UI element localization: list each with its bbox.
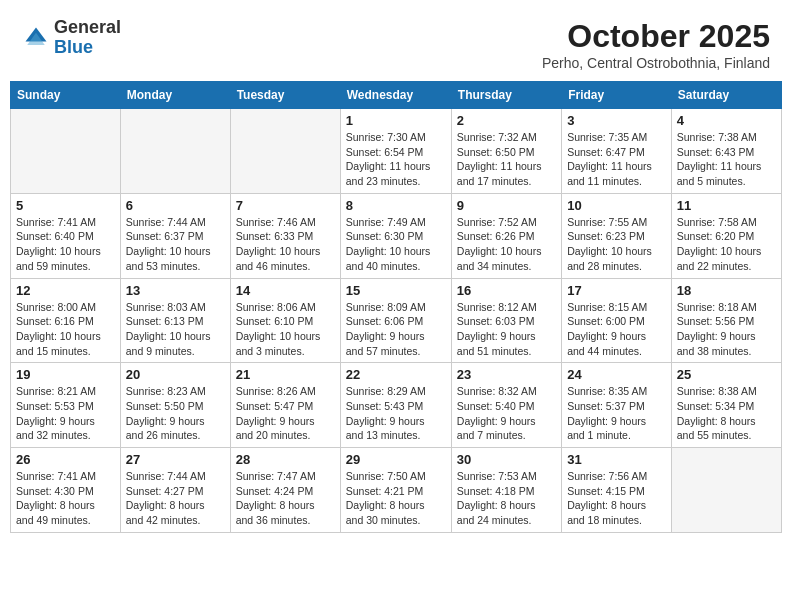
day-info: Sunrise: 8:03 AM Sunset: 6:13 PM Dayligh… [126, 300, 225, 359]
week-row-4: 19Sunrise: 8:21 AM Sunset: 5:53 PM Dayli… [11, 363, 782, 448]
day-info: Sunrise: 8:18 AM Sunset: 5:56 PM Dayligh… [677, 300, 776, 359]
week-row-2: 5Sunrise: 7:41 AM Sunset: 6:40 PM Daylig… [11, 193, 782, 278]
day-number: 21 [236, 367, 335, 382]
page-header: General Blue October 2025 Perho, Central… [10, 10, 782, 75]
calendar-cell [230, 109, 340, 194]
calendar-cell [11, 109, 121, 194]
calendar-cell: 9Sunrise: 7:52 AM Sunset: 6:26 PM Daylig… [451, 193, 561, 278]
calendar-cell: 31Sunrise: 7:56 AM Sunset: 4:15 PM Dayli… [562, 448, 672, 533]
day-number: 4 [677, 113, 776, 128]
day-number: 7 [236, 198, 335, 213]
day-number: 3 [567, 113, 666, 128]
day-number: 8 [346, 198, 446, 213]
day-number: 29 [346, 452, 446, 467]
logo-general-text: General [54, 17, 121, 37]
calendar-header-tuesday: Tuesday [230, 82, 340, 109]
calendar-cell: 18Sunrise: 8:18 AM Sunset: 5:56 PM Dayli… [671, 278, 781, 363]
day-info: Sunrise: 7:44 AM Sunset: 6:37 PM Dayligh… [126, 215, 225, 274]
calendar-cell: 13Sunrise: 8:03 AM Sunset: 6:13 PM Dayli… [120, 278, 230, 363]
title-area: October 2025 Perho, Central Ostrobothnia… [542, 18, 770, 71]
calendar-cell: 10Sunrise: 7:55 AM Sunset: 6:23 PM Dayli… [562, 193, 672, 278]
day-info: Sunrise: 8:06 AM Sunset: 6:10 PM Dayligh… [236, 300, 335, 359]
day-number: 19 [16, 367, 115, 382]
day-number: 30 [457, 452, 556, 467]
calendar-header-friday: Friday [562, 82, 672, 109]
calendar-cell: 19Sunrise: 8:21 AM Sunset: 5:53 PM Dayli… [11, 363, 121, 448]
day-info: Sunrise: 7:55 AM Sunset: 6:23 PM Dayligh… [567, 215, 666, 274]
day-number: 15 [346, 283, 446, 298]
day-info: Sunrise: 7:41 AM Sunset: 6:40 PM Dayligh… [16, 215, 115, 274]
day-number: 14 [236, 283, 335, 298]
day-number: 2 [457, 113, 556, 128]
day-info: Sunrise: 8:29 AM Sunset: 5:43 PM Dayligh… [346, 384, 446, 443]
calendar-cell: 26Sunrise: 7:41 AM Sunset: 4:30 PM Dayli… [11, 448, 121, 533]
calendar-cell: 4Sunrise: 7:38 AM Sunset: 6:43 PM Daylig… [671, 109, 781, 194]
day-number: 5 [16, 198, 115, 213]
calendar-cell: 23Sunrise: 8:32 AM Sunset: 5:40 PM Dayli… [451, 363, 561, 448]
day-number: 27 [126, 452, 225, 467]
month-title: October 2025 [542, 18, 770, 55]
day-number: 31 [567, 452, 666, 467]
week-row-1: 1Sunrise: 7:30 AM Sunset: 6:54 PM Daylig… [11, 109, 782, 194]
calendar-cell: 7Sunrise: 7:46 AM Sunset: 6:33 PM Daylig… [230, 193, 340, 278]
calendar-header-wednesday: Wednesday [340, 82, 451, 109]
day-number: 20 [126, 367, 225, 382]
day-info: Sunrise: 8:35 AM Sunset: 5:37 PM Dayligh… [567, 384, 666, 443]
calendar-cell [120, 109, 230, 194]
day-info: Sunrise: 7:47 AM Sunset: 4:24 PM Dayligh… [236, 469, 335, 528]
day-info: Sunrise: 7:53 AM Sunset: 4:18 PM Dayligh… [457, 469, 556, 528]
day-number: 22 [346, 367, 446, 382]
calendar-cell: 24Sunrise: 8:35 AM Sunset: 5:37 PM Dayli… [562, 363, 672, 448]
day-number: 25 [677, 367, 776, 382]
calendar-cell: 5Sunrise: 7:41 AM Sunset: 6:40 PM Daylig… [11, 193, 121, 278]
calendar-cell: 30Sunrise: 7:53 AM Sunset: 4:18 PM Dayli… [451, 448, 561, 533]
day-number: 17 [567, 283, 666, 298]
calendar-cell: 28Sunrise: 7:47 AM Sunset: 4:24 PM Dayli… [230, 448, 340, 533]
week-row-3: 12Sunrise: 8:00 AM Sunset: 6:16 PM Dayli… [11, 278, 782, 363]
day-number: 1 [346, 113, 446, 128]
day-info: Sunrise: 8:26 AM Sunset: 5:47 PM Dayligh… [236, 384, 335, 443]
logo: General Blue [22, 18, 121, 58]
calendar-cell: 6Sunrise: 7:44 AM Sunset: 6:37 PM Daylig… [120, 193, 230, 278]
calendar-cell: 15Sunrise: 8:09 AM Sunset: 6:06 PM Dayli… [340, 278, 451, 363]
logo-blue-text: Blue [54, 37, 93, 57]
day-info: Sunrise: 7:41 AM Sunset: 4:30 PM Dayligh… [16, 469, 115, 528]
calendar-cell: 12Sunrise: 8:00 AM Sunset: 6:16 PM Dayli… [11, 278, 121, 363]
calendar-header-row: SundayMondayTuesdayWednesdayThursdayFrid… [11, 82, 782, 109]
calendar-table: SundayMondayTuesdayWednesdayThursdayFrid… [10, 81, 782, 533]
calendar-header-saturday: Saturday [671, 82, 781, 109]
day-number: 18 [677, 283, 776, 298]
calendar-cell: 27Sunrise: 7:44 AM Sunset: 4:27 PM Dayli… [120, 448, 230, 533]
calendar-cell: 2Sunrise: 7:32 AM Sunset: 6:50 PM Daylig… [451, 109, 561, 194]
day-info: Sunrise: 7:32 AM Sunset: 6:50 PM Dayligh… [457, 130, 556, 189]
day-info: Sunrise: 7:56 AM Sunset: 4:15 PM Dayligh… [567, 469, 666, 528]
calendar-cell: 22Sunrise: 8:29 AM Sunset: 5:43 PM Dayli… [340, 363, 451, 448]
location-subtitle: Perho, Central Ostrobothnia, Finland [542, 55, 770, 71]
day-info: Sunrise: 7:38 AM Sunset: 6:43 PM Dayligh… [677, 130, 776, 189]
calendar-cell [671, 448, 781, 533]
day-info: Sunrise: 8:21 AM Sunset: 5:53 PM Dayligh… [16, 384, 115, 443]
day-number: 28 [236, 452, 335, 467]
calendar-header-monday: Monday [120, 82, 230, 109]
day-info: Sunrise: 7:50 AM Sunset: 4:21 PM Dayligh… [346, 469, 446, 528]
day-info: Sunrise: 8:15 AM Sunset: 6:00 PM Dayligh… [567, 300, 666, 359]
calendar-cell: 17Sunrise: 8:15 AM Sunset: 6:00 PM Dayli… [562, 278, 672, 363]
day-number: 6 [126, 198, 225, 213]
calendar-header-thursday: Thursday [451, 82, 561, 109]
day-info: Sunrise: 7:58 AM Sunset: 6:20 PM Dayligh… [677, 215, 776, 274]
day-info: Sunrise: 7:46 AM Sunset: 6:33 PM Dayligh… [236, 215, 335, 274]
calendar-cell: 20Sunrise: 8:23 AM Sunset: 5:50 PM Dayli… [120, 363, 230, 448]
day-number: 13 [126, 283, 225, 298]
day-number: 9 [457, 198, 556, 213]
calendar-cell: 21Sunrise: 8:26 AM Sunset: 5:47 PM Dayli… [230, 363, 340, 448]
calendar-cell: 1Sunrise: 7:30 AM Sunset: 6:54 PM Daylig… [340, 109, 451, 194]
calendar-cell: 29Sunrise: 7:50 AM Sunset: 4:21 PM Dayli… [340, 448, 451, 533]
day-number: 23 [457, 367, 556, 382]
calendar-cell: 14Sunrise: 8:06 AM Sunset: 6:10 PM Dayli… [230, 278, 340, 363]
day-info: Sunrise: 8:32 AM Sunset: 5:40 PM Dayligh… [457, 384, 556, 443]
calendar-cell: 8Sunrise: 7:49 AM Sunset: 6:30 PM Daylig… [340, 193, 451, 278]
day-info: Sunrise: 7:35 AM Sunset: 6:47 PM Dayligh… [567, 130, 666, 189]
day-number: 11 [677, 198, 776, 213]
day-info: Sunrise: 7:52 AM Sunset: 6:26 PM Dayligh… [457, 215, 556, 274]
day-number: 26 [16, 452, 115, 467]
